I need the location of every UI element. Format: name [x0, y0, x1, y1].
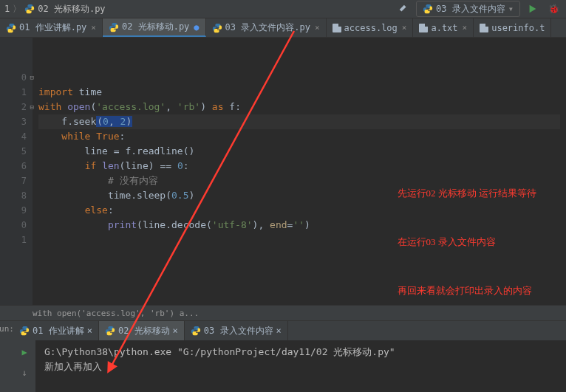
console-line: 新加入再加入 [44, 360, 557, 374]
run-panel-label: un: [0, 321, 13, 392]
annotation-text: 先运行02 光标移动 运行结果等待 在运行03 录入文件内容 再回来看就会打印出… [398, 153, 537, 331]
run-panel: un: 01 作业讲解×02 光标移动×03 录入文件内容× ▶ ↓ G:\Py… [0, 321, 566, 392]
annotation-line-1: 先运行02 光标移动 运行结果等待 [398, 185, 537, 202]
editor-tabs: 01 作业讲解.py×02 光标移动.py●03 录入文件内容.py×acces… [0, 18, 566, 38]
annotation-line-2: 在运行03 录入文件内容 [398, 234, 537, 250]
breadcrumb-folder[interactable]: 1 [4, 4, 10, 14]
line-gutter: 0⊟12⊟345678901 [0, 38, 33, 305]
editor-tab[interactable]: a.txt× [413, 18, 474, 37]
rerun-button[interactable]: ▶ [16, 345, 33, 360]
hammer-icon[interactable] [395, 1, 412, 16]
breadcrumb-file[interactable]: 02 光标移动.py [38, 3, 105, 16]
editor-area: 0⊟12⊟345678901 import timewith open('acc… [0, 38, 566, 305]
debug-button[interactable]: 🐞 [545, 1, 562, 16]
toolbar-right: 03 录入文件内容 ▾ 🐞 [395, 1, 562, 17]
code-breadcrumb-text: with open('access.log', 'rb') a... [33, 309, 199, 318]
editor-tab[interactable]: 02 光标移动.py● [103, 18, 206, 37]
breadcrumb[interactable]: 1 〉 02 光标移动.py [4, 3, 395, 16]
python-icon [423, 4, 433, 14]
run-side-toolbar: ▶ ↓ [13, 340, 35, 392]
editor-tab[interactable]: access.log× [327, 18, 414, 37]
run-tab[interactable]: 01 作业讲解× [13, 321, 99, 340]
editor-tab[interactable]: 01 作业讲解.py× [0, 18, 103, 37]
run-config-label: 03 录入文件内容 [436, 3, 505, 16]
run-tab[interactable]: 03 录入文件内容× [185, 321, 288, 340]
top-toolbar: 1 〉 02 光标移动.py 03 录入文件内容 ▾ 🐞 [0, 0, 566, 18]
console-output[interactable]: G:\Python38\python.exe "G:/pythonProject… [35, 340, 566, 392]
chevron-right-icon: 〉 [13, 3, 21, 16]
code-area[interactable]: import timewith open('access.log', 'rb')… [33, 38, 566, 305]
editor-tab[interactable]: userinfo.t [474, 18, 551, 37]
annotation-line-3: 再回来看就会打印出录入的内容 [398, 283, 537, 299]
run-button[interactable] [525, 1, 541, 16]
run-tab[interactable]: 02 光标移动× [99, 321, 185, 340]
stop-button[interactable]: ↓ [16, 365, 33, 380]
python-file-icon [24, 4, 35, 14]
chevron-down-icon: ▾ [508, 4, 514, 14]
editor-tab[interactable]: 03 录入文件内容.py× [206, 18, 327, 37]
run-configuration-selector[interactable]: 03 录入文件内容 ▾ [416, 1, 520, 17]
console-command: G:\Python38\python.exe "G:/pythonProject… [44, 345, 557, 360]
